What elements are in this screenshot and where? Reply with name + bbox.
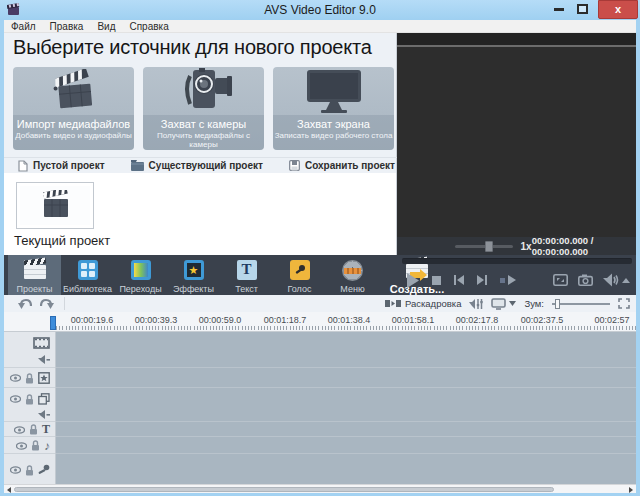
ruler-tick: 00:00:39.3 bbox=[124, 315, 188, 325]
undo-icon bbox=[18, 298, 32, 310]
save-project-button[interactable]: Сохранить проект bbox=[289, 160, 395, 171]
display-select-button[interactable] bbox=[491, 298, 516, 310]
video-track-header bbox=[4, 332, 55, 368]
redo-button[interactable] bbox=[36, 298, 58, 310]
separator bbox=[64, 297, 65, 310]
previous-frame-icon bbox=[454, 275, 464, 285]
tab-menu[interactable]: Меню bbox=[326, 255, 379, 295]
capture-screen-card[interactable]: Захват экрана Записать видео рабочего ст… bbox=[273, 67, 394, 150]
undo-button[interactable] bbox=[14, 298, 36, 310]
effects-track-lane[interactable] bbox=[56, 368, 636, 388]
menu-edit[interactable]: Правка bbox=[43, 20, 91, 33]
play-button[interactable] bbox=[406, 273, 419, 288]
timeline: T ♪ bbox=[4, 332, 636, 484]
ruler-tick: 00:00:59.0 bbox=[188, 315, 252, 325]
tab-transitions[interactable]: Переходы bbox=[114, 255, 167, 295]
capture-camera-card[interactable]: Захват с камеры Получить медиафайлы с ка… bbox=[143, 67, 264, 150]
scroll-left-arrow-icon[interactable] bbox=[7, 487, 11, 493]
zoom-slider[interactable] bbox=[552, 303, 610, 305]
voice-track-header bbox=[4, 454, 55, 484]
current-project-thumbnail[interactable] bbox=[16, 182, 94, 229]
tab-text[interactable]: T Текст bbox=[220, 255, 273, 295]
audio-mixer-button[interactable] bbox=[469, 298, 483, 310]
lock-icon[interactable] bbox=[25, 373, 34, 384]
volume-button[interactable] bbox=[603, 273, 630, 287]
visibility-eye-icon[interactable] bbox=[14, 426, 25, 434]
edit-bar-right: Раскадровка Зум: bbox=[385, 298, 636, 310]
tab-strip: Проекты Библиотека Переходы ★ Эффекты T … bbox=[8, 255, 455, 295]
overlay-icon bbox=[38, 393, 50, 405]
lock-icon[interactable] bbox=[25, 394, 34, 405]
timeline-ruler[interactable]: 00:00:19.6 00:00:39.3 00:00:59.0 00:01:1… bbox=[4, 312, 636, 332]
edit-bar: Раскадровка Зум: bbox=[4, 295, 636, 312]
step-play-button[interactable] bbox=[500, 275, 516, 285]
lock-icon[interactable] bbox=[31, 440, 40, 451]
maximize-button[interactable] bbox=[577, 4, 588, 14]
timeline-track-area[interactable] bbox=[56, 332, 636, 484]
microphone-icon bbox=[288, 259, 311, 281]
visibility-eye-icon[interactable] bbox=[10, 466, 21, 474]
scroll-right-arrow-icon[interactable] bbox=[629, 487, 633, 493]
text-track-lane[interactable] bbox=[56, 422, 636, 437]
star-effect-icon: ★ bbox=[182, 259, 205, 281]
stop-button[interactable] bbox=[432, 276, 441, 285]
overlay-track-header bbox=[4, 388, 55, 422]
overlay-track-lane[interactable] bbox=[56, 388, 636, 422]
window-title: AVS Video Editor 9.0 bbox=[0, 3, 640, 17]
playback-speed-slider[interactable] bbox=[455, 245, 513, 248]
tab-library[interactable]: Библиотека bbox=[61, 255, 114, 295]
empty-project-label: Пустой проект bbox=[33, 160, 105, 171]
muted-speaker-icon[interactable] bbox=[38, 355, 50, 364]
tab-projects[interactable]: Проекты bbox=[8, 255, 61, 295]
video-track-lane[interactable] bbox=[56, 332, 636, 368]
menubar: Файл Правка Вид Справка bbox=[4, 20, 636, 33]
previous-frame-button[interactable] bbox=[454, 275, 464, 285]
fullscreen-button[interactable] bbox=[553, 274, 568, 286]
menu-view[interactable]: Вид bbox=[90, 20, 122, 33]
horizontal-scrollbar[interactable] bbox=[4, 484, 636, 493]
film-library-icon bbox=[76, 259, 99, 281]
menu-help[interactable]: Справка bbox=[122, 20, 175, 33]
card-title: Импорт медиафайлов bbox=[13, 118, 134, 130]
storyboard-icon bbox=[385, 299, 401, 308]
effects-track-header bbox=[4, 368, 55, 388]
lock-icon[interactable] bbox=[25, 465, 34, 476]
projects-list-area: Текущий проект bbox=[4, 173, 396, 255]
tab-voice[interactable]: Голос bbox=[273, 255, 326, 295]
playhead-marker[interactable] bbox=[50, 316, 56, 330]
card-subtitle: Записать видео рабочего стола bbox=[273, 131, 394, 140]
menu-file[interactable]: Файл bbox=[4, 20, 43, 33]
visibility-eye-icon[interactable] bbox=[16, 442, 27, 450]
fit-timeline-icon bbox=[618, 298, 630, 309]
lock-icon[interactable] bbox=[29, 424, 38, 435]
monitor-icon bbox=[304, 68, 364, 114]
zoom-slider-thumb[interactable] bbox=[555, 299, 560, 309]
seek-bar[interactable] bbox=[402, 258, 632, 264]
minimize-button[interactable] bbox=[554, 8, 564, 11]
next-frame-button[interactable] bbox=[477, 275, 487, 285]
disc-menu-icon bbox=[341, 259, 364, 281]
speed-slider-thumb[interactable] bbox=[485, 241, 493, 252]
existing-project-button[interactable]: Существующий проект bbox=[131, 160, 263, 171]
redo-icon bbox=[40, 298, 54, 310]
import-media-card[interactable]: Импорт медиафайлов Добавить видео и ауди… bbox=[13, 67, 134, 150]
visibility-eye-icon[interactable] bbox=[10, 395, 21, 403]
transport-controls bbox=[406, 267, 516, 293]
current-project-label: Текущий проект bbox=[14, 233, 110, 248]
zoom-label: Зум: bbox=[524, 298, 544, 309]
close-button[interactable]: x bbox=[598, 0, 638, 19]
voice-track-lane[interactable] bbox=[56, 454, 636, 484]
visibility-eye-icon[interactable] bbox=[10, 374, 21, 382]
audio-track-header: ♪ bbox=[4, 437, 55, 454]
snapshot-button[interactable] bbox=[578, 274, 593, 286]
tab-effects[interactable]: ★ Эффекты bbox=[167, 255, 220, 295]
empty-project-button[interactable]: Пустой проект bbox=[18, 160, 105, 172]
scrollbar-thumb[interactable] bbox=[14, 487, 554, 492]
fit-timeline-button[interactable] bbox=[618, 298, 630, 309]
stop-icon bbox=[432, 276, 441, 285]
storyboard-toggle[interactable]: Раскадровка bbox=[385, 298, 462, 309]
folder-icon bbox=[131, 160, 144, 171]
audio-track-lane[interactable] bbox=[56, 437, 636, 454]
play-icon bbox=[406, 273, 419, 288]
muted-speaker-icon[interactable] bbox=[38, 410, 50, 419]
